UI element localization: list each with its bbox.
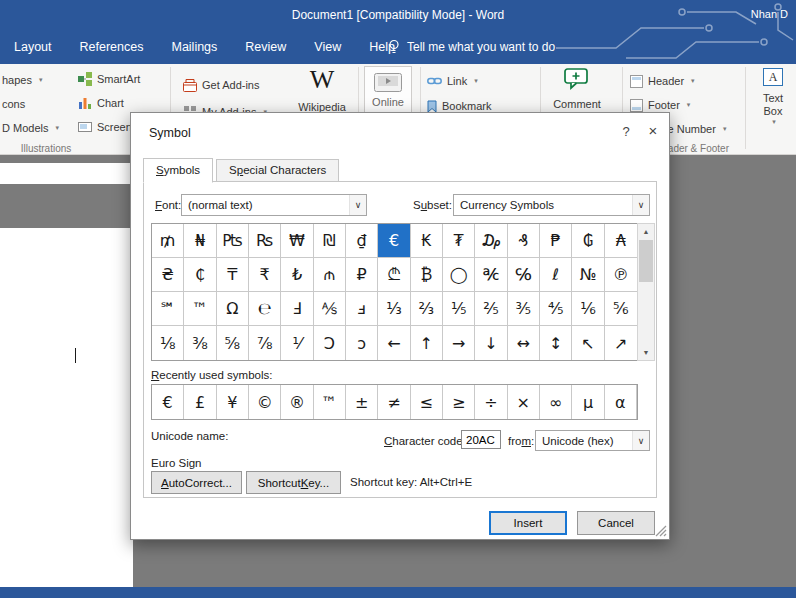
ribbon-tab[interactable]: References xyxy=(66,30,158,64)
ribbon-tab[interactable]: Layout xyxy=(0,30,66,64)
scrollbar-thumb[interactable] xyxy=(639,240,653,282)
symbol-cell[interactable]: ↕ xyxy=(540,326,572,360)
3d-models-button[interactable]: D Models ▾ xyxy=(2,120,59,136)
symbol-cell[interactable]: ℠ xyxy=(152,292,184,326)
account-name[interactable]: Nhan D xyxy=(751,8,788,20)
recent-symbol-cell[interactable]: ∞ xyxy=(540,385,572,419)
recent-symbol-cell[interactable]: ÷ xyxy=(475,385,507,419)
symbol-cell[interactable]: ↗ xyxy=(605,326,637,360)
document-page[interactable] xyxy=(0,228,133,587)
symbol-cell[interactable]: ⅎ xyxy=(346,292,378,326)
symbol-cell[interactable]: ⅝ xyxy=(217,326,249,360)
character-code-input[interactable] xyxy=(461,430,501,449)
shortcut-key-button[interactable]: Shortcut Key... xyxy=(246,471,341,494)
comment-button[interactable]: Comment xyxy=(546,68,608,110)
grid-scrollbar[interactable]: ▲ ▼ xyxy=(637,223,655,361)
recent-symbol-cell[interactable]: α xyxy=(605,385,637,419)
symbol-cell[interactable]: ⅟ xyxy=(281,326,313,360)
symbol-cell[interactable]: ₲ xyxy=(572,224,604,258)
recent-symbol-cell[interactable]: ≥ xyxy=(443,385,475,419)
symbol-cell[interactable]: ℗ xyxy=(605,258,637,292)
tab-special-characters[interactable]: Special Characters xyxy=(216,159,339,182)
symbol-cell[interactable]: ℮ xyxy=(249,292,281,326)
symbol-cell[interactable]: ₽ xyxy=(346,258,378,292)
symbol-cell[interactable]: ™ xyxy=(184,292,216,326)
symbol-cell[interactable]: ₨ xyxy=(249,224,281,258)
from-dropdown[interactable]: Unicode (hex) ∨ xyxy=(535,430,650,451)
recent-symbol-cell[interactable]: µ xyxy=(572,385,604,419)
symbol-cell[interactable]: ₫ xyxy=(346,224,378,258)
insert-button[interactable]: Insert xyxy=(489,511,567,535)
symbol-cell[interactable]: ₴ xyxy=(152,258,184,292)
symbol-cell[interactable]: Ↄ xyxy=(314,326,346,360)
get-addins-button[interactable]: Get Add-ins xyxy=(183,77,259,93)
symbol-cell[interactable]: ⅖ xyxy=(475,292,507,326)
symbol-cell[interactable]: ⅗ xyxy=(508,292,540,326)
symbol-cell[interactable]: ⅞ xyxy=(249,326,281,360)
symbol-cell[interactable]: ↑ xyxy=(411,326,443,360)
symbol-cell[interactable]: ₩ xyxy=(281,224,313,258)
text-box-button[interactable]: A Text Box ▾ xyxy=(751,68,795,126)
symbol-cell[interactable]: ₺ xyxy=(281,258,313,292)
symbol-cell[interactable]: ↔ xyxy=(508,326,540,360)
ribbon-tab[interactable]: Mailings xyxy=(157,30,231,64)
recent-symbol-cell[interactable]: ± xyxy=(346,385,378,419)
symbol-cell[interactable]: ⅍ xyxy=(314,292,346,326)
symbol-cell[interactable]: ₥ xyxy=(152,224,184,258)
symbol-cell[interactable]: ◯ xyxy=(443,258,475,292)
symbol-cell[interactable]: ₸ xyxy=(217,258,249,292)
recent-symbol-cell[interactable]: ≠ xyxy=(378,385,410,419)
help-icon[interactable]: ? xyxy=(615,124,637,139)
recent-symbol-cell[interactable]: © xyxy=(249,385,281,419)
symbol-cell[interactable]: ⅔ xyxy=(411,292,443,326)
scroll-up-icon[interactable]: ▲ xyxy=(638,224,654,239)
symbol-cell[interactable]: ⅘ xyxy=(540,292,572,326)
symbol-cell[interactable]: ↄ xyxy=(346,326,378,360)
recent-symbol-cell[interactable]: ™ xyxy=(314,385,346,419)
symbol-cell[interactable]: ↖ xyxy=(572,326,604,360)
symbol-cell[interactable]: ⅜ xyxy=(184,326,216,360)
tell-me-box[interactable]: Tell me what you want to do xyxy=(388,30,555,64)
symbol-cell[interactable]: ← xyxy=(378,326,410,360)
symbol-cell[interactable]: ₿ xyxy=(411,258,443,292)
subset-dropdown[interactable]: Currency Symbols ∨ xyxy=(453,194,650,216)
symbol-cell[interactable]: ⅓ xyxy=(378,292,410,326)
recent-symbol-cell[interactable]: ® xyxy=(281,385,313,419)
scroll-down-icon[interactable]: ▼ xyxy=(638,345,654,360)
symbol-cell[interactable]: № xyxy=(572,258,604,292)
symbol-cell[interactable]: € xyxy=(378,224,410,258)
symbol-cell[interactable]: ↓ xyxy=(475,326,507,360)
recent-symbol-cell[interactable]: € xyxy=(152,385,184,419)
close-icon[interactable]: × xyxy=(641,122,665,139)
symbol-cell[interactable]: ₧ xyxy=(217,224,249,258)
symbol-cell[interactable]: ₮ xyxy=(443,224,475,258)
symbol-cell[interactable]: ⅚ xyxy=(605,292,637,326)
symbol-cell[interactable]: ⅙ xyxy=(572,292,604,326)
symbol-cell[interactable]: ₯ xyxy=(475,224,507,258)
symbol-cell[interactable]: ℀ xyxy=(475,258,507,292)
autocorrect-button[interactable]: AutoCorrect... xyxy=(151,471,242,494)
link-button[interactable]: Link ▾ xyxy=(427,73,478,89)
symbol-cell[interactable]: ₹ xyxy=(249,258,281,292)
footer-button[interactable]: Footer ▾ xyxy=(630,97,690,113)
header-button[interactable]: Header ▾ xyxy=(630,73,695,89)
ribbon-tab[interactable]: View xyxy=(300,30,355,64)
symbol-cell[interactable]: ℓ xyxy=(540,258,572,292)
symbol-cell[interactable]: → xyxy=(443,326,475,360)
symbol-cell[interactable]: ₰ xyxy=(508,224,540,258)
icons-button[interactable]: cons xyxy=(2,96,25,112)
symbol-cell[interactable]: ₱ xyxy=(540,224,572,258)
symbol-cell[interactable]: ₭ xyxy=(411,224,443,258)
symbol-cell[interactable]: ₵ xyxy=(184,258,216,292)
chart-button[interactable]: Chart xyxy=(78,95,124,111)
resize-grip[interactable] xyxy=(655,525,667,537)
symbol-cell[interactable]: ℅ xyxy=(508,258,540,292)
recent-symbol-cell[interactable]: × xyxy=(508,385,540,419)
symbol-cell[interactable]: ₪ xyxy=(314,224,346,258)
symbol-cell[interactable]: ₳ xyxy=(605,224,637,258)
recent-symbol-cell[interactable]: ≤ xyxy=(411,385,443,419)
symbol-cell[interactable]: ⅕ xyxy=(443,292,475,326)
symbol-cell[interactable]: ₾ xyxy=(378,258,410,292)
cancel-button[interactable]: Cancel xyxy=(577,511,655,535)
font-dropdown[interactable]: (normal text) ∨ xyxy=(181,194,367,216)
